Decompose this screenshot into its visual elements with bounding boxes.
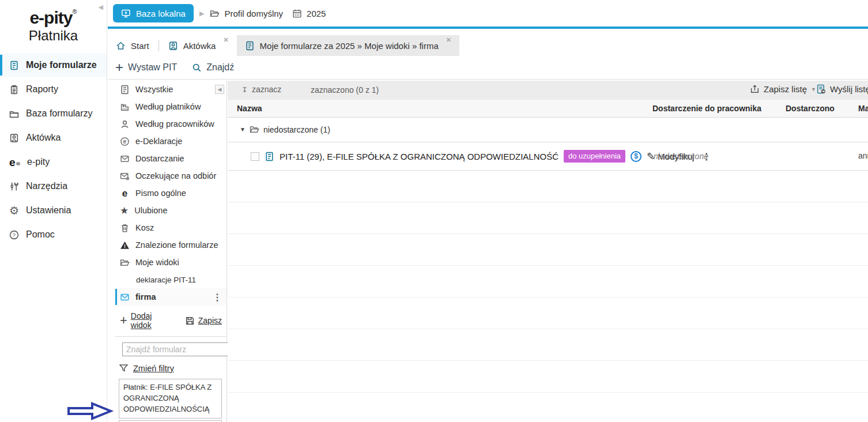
empty-row: [228, 234, 868, 266]
view-item-deklaracje-pit-11[interactable]: deklaracje PIT-11: [115, 271, 227, 288]
view-item-znalezione[interactable]: ! Znalezione formularze: [115, 236, 227, 254]
logo-registered-mark: ®: [72, 8, 77, 15]
delivery-status-cell: niedostarczone: [654, 152, 708, 161]
wystaw-pit-button[interactable]: + Wystaw PIT: [115, 61, 177, 74]
panel-collapse-icon[interactable]: ◀: [215, 85, 224, 94]
select-label: zaznacz: [252, 85, 281, 94]
send-list-button[interactable]: Wyślij listę: [816, 84, 868, 94]
close-icon[interactable]: ✕: [223, 36, 228, 44]
sidebar-item-label: Pomoc: [26, 229, 55, 240]
sidebar-collapse-icon[interactable]: ◀: [99, 3, 103, 11]
sidebar-item-raporty[interactable]: Raporty: [0, 77, 107, 101]
open-folder-icon: [210, 9, 220, 18]
empty-row: [228, 297, 868, 329]
folder-icon: [9, 109, 19, 119]
logo-subtitle: Płatnika: [0, 28, 107, 43]
empty-row: [228, 393, 868, 422]
sidebar-item-ustawienia[interactable]: ⚙ Ustawienia: [0, 198, 107, 223]
close-icon[interactable]: ✕: [446, 36, 451, 44]
filter-box-etykieta[interactable]: Etykieta: do uzupełnienia: [119, 420, 222, 422]
briefcase-icon: [9, 133, 19, 143]
empty-row: [228, 361, 868, 393]
znajdz-button[interactable]: Znajdź: [192, 62, 234, 73]
view-item-wedlug-pracownikow[interactable]: Według pracowników: [115, 115, 227, 133]
sidebar-item-aktowka[interactable]: Aktówka: [0, 126, 107, 150]
accent-divider: [108, 27, 868, 29]
chevron-down-icon[interactable]: ▼: [811, 86, 816, 92]
collapse-triangle-icon[interactable]: ▼: [240, 126, 246, 133]
tab-start[interactable]: Start: [108, 35, 157, 56]
year-label: 2025: [307, 9, 326, 18]
view-item-kosz[interactable]: Kosz: [115, 219, 227, 236]
factory-icon: [120, 102, 130, 112]
save-list-button[interactable]: Zapisz listę ▼: [750, 84, 816, 94]
view-item-pismo-ogolne[interactable]: e Pismo ogólne: [115, 184, 227, 202]
selection-strip: zaznacz zaznaczono (0 z 1) Zapisz listę …: [228, 81, 868, 100]
view-item-e-deklaracje[interactable]: e e-Deklaracje: [115, 133, 227, 150]
open-folder-icon: [120, 258, 130, 267]
envelope-gear-icon: [120, 171, 130, 181]
search-input[interactable]: [122, 342, 235, 356]
breadcrumb-chevron-icon: ▶: [199, 10, 204, 17]
sidebar-nav: Moje formularze Raporty Baza formularzy …: [0, 53, 107, 247]
plus-icon: +: [120, 315, 127, 326]
view-item-label: firma: [135, 292, 156, 302]
profile-breadcrumb[interactable]: Profil domyślny: [210, 9, 283, 18]
view-item-label: deklaracje PIT-11: [136, 276, 196, 284]
epity-logo-icon: e: [9, 157, 23, 168]
group-label: niedostarczone (1): [263, 125, 330, 134]
sidebar-item-moje-formularze[interactable]: Moje formularze: [0, 53, 107, 77]
calendar-icon: [292, 9, 302, 18]
view-item-wedlug-platnikow[interactable]: Według płatników: [115, 98, 227, 115]
selected-count: zaznaczono (0 z 1): [311, 85, 379, 95]
filter-box-platnik[interactable]: Płatnik: E-FILE SPÓŁKA Z OGRANICZONĄ ODP…: [119, 379, 222, 419]
change-filters-button[interactable]: Zmień filtry: [115, 361, 227, 379]
form-list: zaznacz zaznaczono (0 z 1) Zapisz listę …: [228, 81, 868, 422]
view-item-dostarczanie[interactable]: Dostarczanie: [115, 150, 227, 167]
app-window: e-pity® Płatnika ◀ Moje formularze Rapor…: [0, 0, 868, 422]
group-row-niedostarczone[interactable]: ▼ niedostarczone (1): [228, 119, 868, 140]
send-document-icon: [816, 84, 826, 94]
tab-moje-formularze[interactable]: Moje formularze za 2025 » Moje widoki » …: [237, 35, 459, 56]
view-item-label: Według płatników: [135, 102, 201, 111]
kebab-menu-icon[interactable]: ⋮: [213, 292, 222, 303]
table-row[interactable]: PIT-11 (29), E-FILE SPÓŁKA Z OGRANICZONĄ…: [228, 142, 868, 171]
e-bold-icon: e: [120, 189, 130, 198]
svg-text:?: ?: [13, 232, 16, 238]
database-button[interactable]: Baza lokalna: [113, 4, 194, 22]
sidebar-item-pomoc[interactable]: ? Pomoc: [0, 223, 107, 247]
year-selector[interactable]: 2025: [292, 9, 326, 18]
view-item-wszystkie[interactable]: Wszystkie ◀: [115, 81, 227, 98]
add-view-button[interactable]: + Dodaj widok: [120, 311, 169, 330]
database-button-label: Baza lokalna: [136, 9, 186, 18]
select-button[interactable]: zaznacz: [241, 85, 281, 94]
view-item-label: Wszystkie: [135, 85, 173, 94]
sidebar-item-epity[interactable]: e e-pity: [0, 150, 107, 174]
add-view-label: Dodaj widok: [131, 311, 169, 330]
save-view-button[interactable]: Zapisz: [185, 316, 222, 326]
search-icon: [192, 63, 202, 73]
payment-icon[interactable]: $: [631, 151, 641, 162]
views-panel: Wszystkie ◀ Według płatników Według prac…: [115, 81, 227, 422]
view-item-moje-widoki[interactable]: Moje widoki: [115, 254, 227, 271]
sidebar-item-narzedzia[interactable]: Narzędzia: [0, 174, 107, 198]
view-item-oczekujace[interactable]: Oczekujące na odbiór: [115, 167, 227, 184]
sidebar-item-label: Raporty: [26, 84, 58, 95]
empty-row: [228, 329, 868, 361]
document-icon: [9, 61, 19, 70]
plus-icon: +: [115, 61, 123, 74]
floppy-icon: [185, 316, 195, 326]
funnel-icon: [119, 363, 129, 373]
select-arrow-icon: [241, 86, 248, 93]
row-checkbox[interactable]: [251, 152, 259, 161]
empty-row: [228, 266, 868, 297]
sidebar-item-baza-formularzy[interactable]: Baza formularzy: [0, 101, 107, 126]
view-item-firma[interactable]: firma ⋮: [115, 288, 227, 306]
column-header-dostarczenie: Dostarczenie do pracownika: [652, 104, 761, 113]
view-item-label: Kosz: [135, 223, 154, 232]
envelope-icon: [120, 292, 130, 302]
e-circle-icon: e: [120, 137, 130, 146]
tab-aktowka[interactable]: Aktówka ✕: [160, 35, 237, 56]
action-toolbar: + Wystaw PIT Znajdź: [108, 56, 868, 80]
view-item-ulubione[interactable]: ★ Ulubione: [115, 202, 227, 219]
